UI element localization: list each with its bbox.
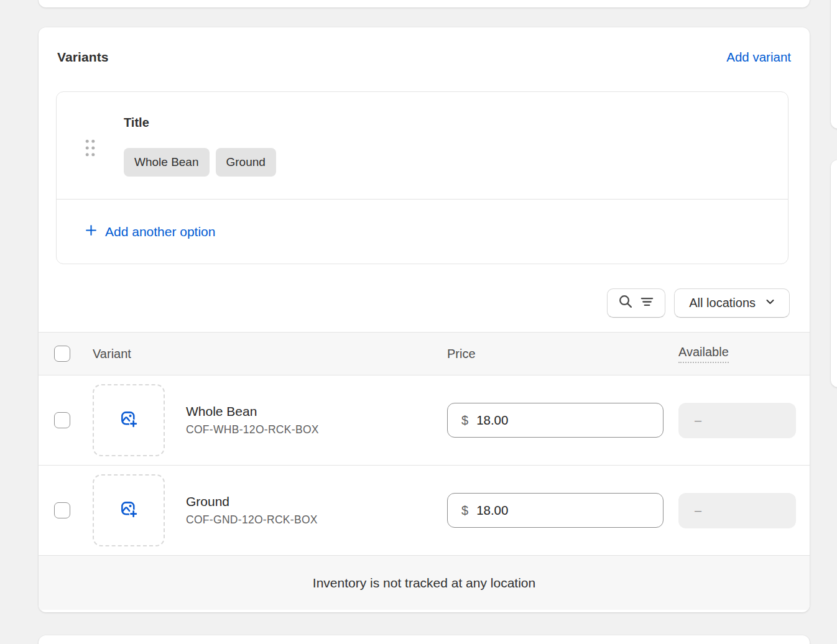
variants-card: Variants Add variant Title Whole Bean Gr…	[39, 27, 810, 612]
price-field: $	[447, 493, 664, 528]
variant-info: Ground COF-GND-12O-RCK-BOX	[186, 494, 447, 527]
column-header-price: Price	[447, 347, 664, 361]
add-another-option-label: Add another option	[105, 224, 215, 239]
available-tooltip-trigger[interactable]: Available	[678, 345, 729, 363]
add-variant-link[interactable]: Add variant	[726, 50, 791, 65]
search-icon	[617, 293, 634, 313]
option-name-label: Title	[124, 116, 149, 130]
column-header-available: Available	[678, 345, 796, 363]
available-field-disabled: –	[678, 403, 796, 438]
select-all-checkbox[interactable]	[54, 346, 70, 362]
previous-card-fragment	[39, 0, 810, 7]
chevron-down-icon	[764, 295, 777, 311]
drag-handle-icon[interactable]	[85, 139, 95, 159]
variants-table: Variant Price Available	[39, 332, 810, 610]
add-another-option-button[interactable]: Add another option	[57, 200, 788, 264]
next-card-fragment	[39, 635, 810, 644]
select-variant-checkbox[interactable]	[54, 502, 70, 518]
column-header-variant: Variant	[93, 347, 447, 361]
option-row-title[interactable]: Title Whole Bean Ground	[57, 92, 788, 200]
search-and-filter-button[interactable]	[607, 288, 665, 318]
variant-sku: COF-WHB-12O-RCK-BOX	[186, 423, 435, 436]
variants-table-header: Variant Price Available	[39, 332, 810, 375]
option-values: Whole Bean Ground	[124, 148, 276, 177]
price-field: $	[447, 403, 664, 438]
option-value-chip: Ground	[216, 148, 276, 177]
plus-icon	[84, 223, 98, 241]
inventory-footer-note: Inventory is not tracked at any location	[39, 556, 810, 610]
variant-sku: COF-GND-12O-RCK-BOX	[186, 513, 435, 527]
option-value-chip: Whole Bean	[124, 148, 210, 177]
location-filter-label: All locations	[689, 296, 756, 310]
image-add-icon	[119, 500, 138, 521]
table-controls: All locations	[39, 288, 790, 318]
table-row: Ground COF-GND-12O-RCK-BOX $ –	[39, 466, 810, 556]
add-variant-image-button[interactable]	[93, 384, 165, 456]
variants-card-header: Variants Add variant	[39, 27, 810, 65]
image-add-icon	[119, 410, 138, 431]
table-row: Whole Bean COF-WHB-12O-RCK-BOX $ –	[39, 375, 810, 466]
price-input[interactable]	[476, 413, 653, 428]
currency-prefix: $	[461, 504, 468, 518]
currency-prefix: $	[461, 413, 468, 428]
available-field-disabled: –	[678, 493, 796, 528]
location-filter-dropdown[interactable]: All locations	[674, 288, 790, 318]
variant-info: Whole Bean COF-WHB-12O-RCK-BOX	[186, 404, 447, 436]
option-card: Title Whole Bean Ground Add another opti…	[56, 91, 788, 264]
right-rail-card-fragment	[831, 160, 837, 387]
price-input[interactable]	[476, 503, 653, 518]
add-variant-image-button[interactable]	[93, 474, 165, 546]
filter-icon	[639, 293, 655, 313]
variant-name: Whole Bean	[186, 404, 435, 419]
variant-name: Ground	[186, 494, 435, 509]
select-variant-checkbox[interactable]	[54, 412, 70, 428]
right-rail-card-fragment-top	[831, 0, 837, 129]
page-title: Variants	[57, 50, 109, 65]
